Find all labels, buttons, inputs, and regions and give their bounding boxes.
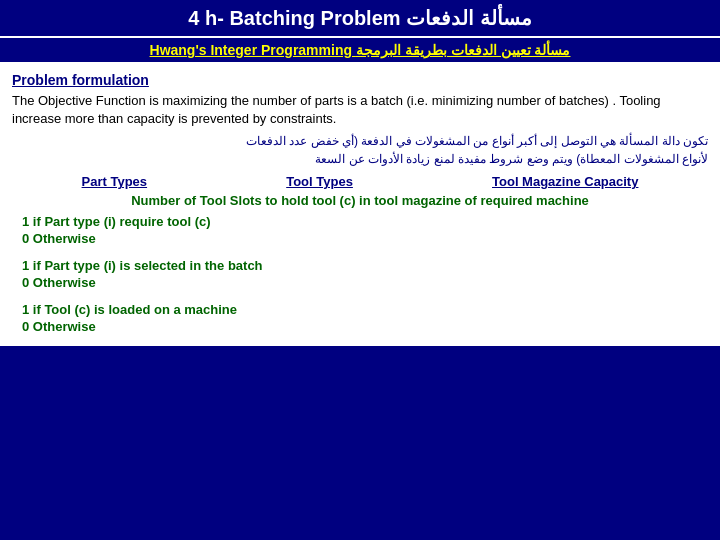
tool-slots-line: Number of Tool Slots to hold tool (c) in… xyxy=(12,193,708,208)
arabic-line2: لأنواع المشغولات المعطاة) ويتم وضع شروط … xyxy=(12,150,708,168)
objective-text: The Objective Function is maximizing the… xyxy=(12,92,708,128)
main-content: Problem formulation The Objective Functi… xyxy=(0,64,720,346)
page-header: 4 h- Batching Problem مسألة الدفعات xyxy=(0,0,720,38)
problem-formulation-title: Problem formulation xyxy=(12,72,708,88)
section-3: 1 if Tool (c) is loaded on a machine 0 O… xyxy=(12,302,708,334)
col-header-tool-types: Tool Types xyxy=(286,174,353,189)
zero-line-2: 0 Otherwise xyxy=(22,275,708,290)
header-title: 4 h- Batching Problem مسألة الدفعات xyxy=(188,7,531,29)
if-line-2: 1 if Part type (i) is selected in the ba… xyxy=(22,258,708,273)
col-header-tool-magazine: Tool Magazine Capacity xyxy=(492,174,638,189)
subheader-text: Hwang's Integer Programming مسألة تعيين … xyxy=(150,42,571,58)
zero-line-3: 0 Otherwise xyxy=(22,319,708,334)
arabic-text: تكون دالة المسألة هي التوصل إلى أكبر أنو… xyxy=(12,132,708,168)
arabic-line1: تكون دالة المسألة هي التوصل إلى أكبر أنو… xyxy=(12,132,708,150)
if-line-3: 1 if Tool (c) is loaded on a machine xyxy=(22,302,708,317)
tool-slots-text: Number of Tool Slots to hold tool (c) in… xyxy=(131,193,589,208)
if-line-1: 1 if Part type (i) require tool (c) xyxy=(22,214,708,229)
columns-row: Part Types Tool Types Tool Magazine Capa… xyxy=(12,174,708,189)
section-2: 1 if Part type (i) is selected in the ba… xyxy=(12,258,708,290)
section-1: 1 if Part type (i) require tool (c) 0 Ot… xyxy=(12,214,708,246)
page-subheader: Hwang's Integer Programming مسألة تعيين … xyxy=(0,38,720,64)
zero-line-1: 0 Otherwise xyxy=(22,231,708,246)
col-header-part-types: Part Types xyxy=(82,174,148,189)
